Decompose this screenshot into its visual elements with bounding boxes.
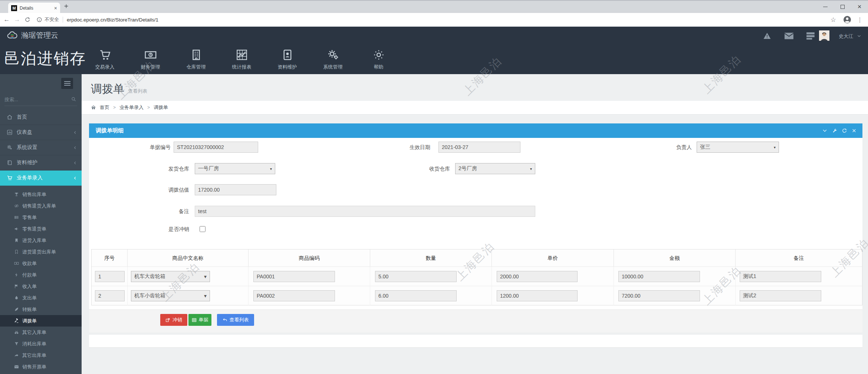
doc-no-input[interactable]	[174, 142, 258, 153]
from-warehouse-select[interactable]: 一号厂房▾	[195, 163, 275, 174]
row1-qty-input[interactable]	[375, 271, 457, 282]
row2-remark-input[interactable]	[740, 290, 821, 301]
col-amount: 金额	[614, 249, 736, 267]
alerts-icon[interactable]	[763, 32, 772, 40]
row1-seq-input[interactable]	[95, 271, 125, 282]
effective-date-input[interactable]	[438, 142, 520, 153]
banknote-icon	[144, 49, 157, 61]
submenu-purchase-inbound[interactable]: 进货入库单	[0, 235, 82, 246]
refresh-icon[interactable]	[842, 128, 847, 133]
nav-finance[interactable]: 财务管理	[128, 44, 173, 74]
nav-reports[interactable]: 统计报表	[219, 44, 264, 74]
tab-title: Details	[20, 6, 52, 11]
to-warehouse-select[interactable]: 2号厂房▾	[455, 163, 535, 174]
tasks-icon[interactable]	[806, 32, 815, 40]
sidebar-item-business-doc-entry[interactable]: 业务单录入	[0, 171, 82, 186]
submenu-receipt[interactable]: 收款单	[0, 258, 82, 269]
submenu-payment[interactable]: 付款单	[0, 269, 82, 281]
writeoff-checkbox[interactable]	[200, 226, 206, 232]
submenu-sales-invoice[interactable]: 销售开票单	[0, 361, 82, 373]
close-icon[interactable]	[852, 128, 857, 133]
nav-transaction-entry[interactable]: 交易录入	[82, 44, 128, 74]
tab-close-icon[interactable]: ×	[54, 5, 57, 11]
submenu-income[interactable]: 收入单	[0, 281, 82, 292]
forward-button[interactable]: →	[12, 16, 22, 23]
valuation-input[interactable]	[195, 184, 276, 195]
gavel-icon	[14, 318, 19, 323]
caret-down-icon: ▾	[270, 167, 272, 171]
owner-select[interactable]: 张三▾	[697, 142, 779, 153]
config-wrench-icon[interactable]	[832, 128, 837, 133]
nav-system[interactable]: 系统管理	[310, 44, 356, 74]
row1-amount-input[interactable]	[618, 271, 700, 282]
panel-header: 调拨单明细	[89, 123, 862, 138]
submenu-transfer-account[interactable]: 转账单	[0, 304, 82, 315]
row2-code-input[interactable]	[253, 290, 335, 301]
row2-amount-input[interactable]	[618, 290, 700, 301]
profile-icon[interactable]	[843, 15, 852, 24]
empty-panel	[89, 335, 862, 348]
nav-help[interactable]: 帮助	[356, 44, 401, 74]
app-header: 瀚琚管理云 史大江 邑泊进销存 交易录入	[0, 27, 868, 74]
submenu-purchase-return-outbound[interactable]: 进货退货出库单	[0, 246, 82, 258]
browser-tab[interactable]: M Details ×	[8, 3, 60, 14]
info-icon[interactable]	[36, 17, 42, 23]
sidebar-item-home[interactable]: 首页	[0, 110, 82, 125]
user-caret-down-icon[interactable]	[857, 34, 861, 38]
window-minimize-button[interactable]	[817, 1, 834, 13]
favicon: M	[11, 5, 17, 11]
collapse-icon[interactable]	[822, 128, 828, 133]
row2-qty-input[interactable]	[375, 290, 457, 301]
mail-icon[interactable]	[784, 32, 794, 40]
submenu-stock-transfer[interactable]: 调拨单	[0, 315, 82, 327]
back-button[interactable]: ←	[1, 16, 12, 23]
submenu-other-inbound[interactable]: 其它入库单	[0, 327, 82, 338]
sidebar-item-system-settings[interactable]: 系统设置	[0, 140, 82, 155]
submenu-retail-return[interactable]: 零售退货单	[0, 223, 82, 235]
submenu-retail[interactable]: 零售单	[0, 212, 82, 223]
new-tab-button[interactable]	[64, 4, 69, 9]
remark-input[interactable]	[195, 206, 535, 217]
submenu-sales-return-inbound[interactable]: 销售退货入库单	[0, 200, 82, 212]
row2-price-input[interactable]	[497, 290, 578, 301]
search-icon[interactable]	[71, 96, 76, 102]
row1-product-select[interactable]: 机车大齿轮箱▾	[131, 271, 210, 282]
writeoff-button[interactable]: 冲销	[160, 314, 187, 326]
breadcrumb-home-icon[interactable]	[91, 105, 96, 110]
bookmark-star-icon[interactable]: ☆	[831, 16, 836, 24]
submenu-consume-outbound[interactable]: 消耗出库单	[0, 338, 82, 350]
row2-seq-input[interactable]	[95, 290, 125, 301]
nav-warehouse[interactable]: 仓库管理	[173, 44, 219, 74]
view-list-button[interactable]: 查看列表	[217, 314, 254, 326]
nav-master-data[interactable]: 资料维护	[264, 44, 310, 74]
breadcrumb-item-business-entry[interactable]: 业务单录入	[119, 104, 144, 111]
to-warehouse-label: 收货仓库	[420, 163, 450, 174]
sidebar-item-dashboard[interactable]: 仪表盘	[0, 125, 82, 140]
from-warehouse-label: 发货仓库	[160, 163, 189, 174]
document-button[interactable]: 单据	[188, 314, 211, 326]
drop-icon	[14, 295, 19, 300]
submenu-sales-outbound[interactable]: 销售出库单	[0, 189, 82, 200]
col-seq: 序号	[92, 249, 128, 267]
row2-product-select[interactable]: 机车小齿轮箱▾	[131, 290, 210, 301]
reload-button[interactable]	[22, 17, 33, 23]
breadcrumb-item-home[interactable]: 首页	[100, 104, 109, 111]
row1-code-input[interactable]	[253, 271, 335, 282]
browser-titlebar: M Details × ×	[0, 0, 868, 13]
sidebar-search-input[interactable]	[4, 93, 67, 105]
submenu-other-outbound[interactable]: 其它出库单	[0, 350, 82, 361]
chevron-left-icon	[73, 146, 77, 150]
sidebar-item-master-data[interactable]: 资料维护	[0, 155, 82, 171]
row1-remark-input[interactable]	[740, 271, 821, 282]
sidebar-toggle-button[interactable]	[61, 78, 73, 89]
user-name[interactable]: 史大江	[839, 33, 853, 40]
user-avatar[interactable]	[819, 30, 829, 41]
sidebar-menu: 首页 仪表盘 系统设置 资料维护 业务单录入	[0, 110, 82, 186]
page-subtitle[interactable]: 查看列表	[128, 88, 147, 94]
submenu-expense[interactable]: 支出单	[0, 292, 82, 304]
row1-price-input[interactable]	[497, 271, 578, 282]
window-maximize-button[interactable]	[834, 1, 851, 13]
menu-dots-icon[interactable]: ⋮	[857, 16, 863, 23]
url-text[interactable]: erpdoc.epoerp.cn/Biz/StoreTran/Details/1	[67, 17, 158, 23]
window-close-button[interactable]: ×	[851, 1, 868, 13]
